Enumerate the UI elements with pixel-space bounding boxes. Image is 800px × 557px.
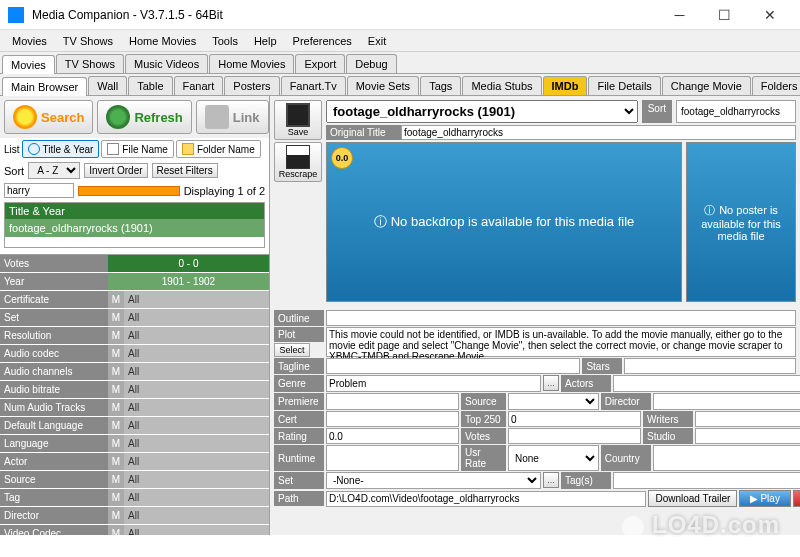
cert-field[interactable] bbox=[326, 411, 459, 427]
filter-row[interactable]: Audio bitrateMAll bbox=[0, 381, 269, 399]
usrrate-select[interactable]: None bbox=[508, 445, 599, 471]
country-field[interactable] bbox=[653, 445, 800, 471]
filter-row[interactable]: DirectorMAll bbox=[0, 507, 269, 525]
top250-field[interactable] bbox=[508, 411, 641, 427]
maximize-button[interactable]: ☐ bbox=[702, 1, 747, 29]
menu-preferences[interactable]: Preferences bbox=[285, 33, 360, 49]
subtab-moviesets[interactable]: Movie Sets bbox=[347, 76, 419, 95]
clock-icon bbox=[28, 143, 40, 155]
backdrop-area[interactable]: 0.0 No backdrop is available for this me… bbox=[326, 142, 682, 302]
plot-select-button[interactable]: Select bbox=[274, 343, 310, 357]
filter-row[interactable]: LanguageMAll bbox=[0, 435, 269, 453]
rescrape-button[interactable]: Rescrape bbox=[274, 142, 322, 182]
tab-movies[interactable]: Movies bbox=[2, 55, 55, 74]
tab-tvshows[interactable]: TV Shows bbox=[56, 54, 124, 73]
subtab-filedetails[interactable]: File Details bbox=[588, 76, 660, 95]
filter-row[interactable]: Video CodecMAll bbox=[0, 525, 269, 535]
tab-export[interactable]: Export bbox=[295, 54, 345, 73]
filter-row[interactable]: Default LanguageMAll bbox=[0, 417, 269, 435]
filter-m: M bbox=[108, 417, 124, 434]
filter-row[interactable]: SourceMAll bbox=[0, 471, 269, 489]
filter-m: M bbox=[108, 381, 124, 398]
subtab-posters[interactable]: Posters bbox=[224, 76, 279, 95]
menu-help[interactable]: Help bbox=[246, 33, 285, 49]
tab-musicvideos[interactable]: Music Videos bbox=[125, 54, 208, 73]
menu-tvshows[interactable]: TV Shows bbox=[55, 33, 121, 49]
subtab-tags[interactable]: Tags bbox=[420, 76, 461, 95]
sort-title-input[interactable] bbox=[676, 100, 796, 123]
filter-value: All bbox=[124, 435, 269, 452]
set-edit-button[interactable]: … bbox=[543, 472, 559, 488]
download-trailer-button[interactable]: Download Trailer bbox=[648, 490, 737, 507]
rating-field[interactable] bbox=[326, 428, 459, 444]
subtab-wall[interactable]: Wall bbox=[88, 76, 127, 95]
source-select[interactable] bbox=[508, 393, 599, 410]
premiere-field[interactable] bbox=[326, 393, 459, 410]
save-icon bbox=[286, 103, 310, 127]
filter-row[interactable]: SetMAll bbox=[0, 309, 269, 327]
studio-field[interactable] bbox=[695, 428, 800, 444]
minimize-button[interactable]: ─ bbox=[657, 1, 702, 29]
tagline-field[interactable] bbox=[326, 358, 580, 374]
director-field[interactable] bbox=[653, 393, 800, 410]
list-file-name[interactable]: File Name bbox=[101, 140, 174, 158]
watched-button[interactable]: Watched bbox=[793, 490, 800, 507]
votes-field[interactable] bbox=[508, 428, 641, 444]
play-button[interactable]: ▶ Play bbox=[739, 490, 790, 507]
poster-area[interactable]: No poster is available for this media fi… bbox=[686, 142, 796, 302]
runtime-field[interactable] bbox=[326, 445, 459, 471]
filter-row[interactable]: TagMAll bbox=[0, 489, 269, 507]
tags-field[interactable] bbox=[613, 472, 800, 489]
country-label: Country bbox=[601, 445, 651, 471]
top250-label: Top 250 bbox=[461, 411, 506, 427]
menu-movies[interactable]: Movies bbox=[4, 33, 55, 49]
writers-field[interactable] bbox=[695, 411, 800, 427]
reset-filters-button[interactable]: Reset Filters bbox=[152, 163, 218, 178]
stars-field[interactable] bbox=[624, 358, 796, 374]
movie-list-item[interactable]: footage_oldharryrocks (1901) bbox=[5, 219, 264, 237]
filter-row[interactable]: ResolutionMAll bbox=[0, 327, 269, 345]
menu-tools[interactable]: Tools bbox=[204, 33, 246, 49]
search-button[interactable]: Search bbox=[4, 100, 93, 134]
actors-select[interactable] bbox=[613, 375, 800, 392]
subtab-fanart[interactable]: Fanart bbox=[174, 76, 224, 95]
subtab-mainbrowser[interactable]: Main Browser bbox=[2, 77, 87, 96]
menu-exit[interactable]: Exit bbox=[360, 33, 394, 49]
movie-title-select[interactable]: footage_oldharryrocks (1901) bbox=[326, 100, 638, 123]
original-title-input[interactable] bbox=[401, 125, 796, 140]
stars-label: Stars bbox=[582, 358, 622, 374]
path-field[interactable] bbox=[326, 491, 646, 507]
subtab-mediastubs[interactable]: Media Stubs bbox=[462, 76, 541, 95]
outline-field[interactable] bbox=[326, 310, 796, 326]
set-label: Set bbox=[274, 472, 324, 489]
tab-homemovies[interactable]: Home Movies bbox=[209, 54, 294, 73]
close-button[interactable]: ✕ bbox=[747, 1, 792, 29]
subtab-folders[interactable]: Folders bbox=[752, 76, 800, 95]
genre-edit-button[interactable]: … bbox=[543, 375, 559, 391]
subtab-table[interactable]: Table bbox=[128, 76, 172, 95]
menu-homemovies[interactable]: Home Movies bbox=[121, 33, 204, 49]
save-button[interactable]: Save bbox=[274, 100, 322, 140]
invert-order-button[interactable]: Invert Order bbox=[84, 163, 147, 178]
subtab-fanarttv[interactable]: Fanart.Tv bbox=[281, 76, 346, 95]
sort-select[interactable]: A - Z bbox=[28, 162, 80, 179]
filter-row[interactable]: Audio channelsMAll bbox=[0, 363, 269, 381]
subtab-imdb[interactable]: IMDb bbox=[543, 76, 588, 95]
list-folder-name[interactable]: Folder Name bbox=[176, 140, 261, 158]
refresh-button[interactable]: Refresh bbox=[97, 100, 191, 134]
genre-field[interactable] bbox=[326, 375, 541, 392]
set-select[interactable]: -None- bbox=[326, 472, 541, 489]
filter-row[interactable]: CertificateMAll bbox=[0, 291, 269, 309]
filter-row[interactable]: Num Audio TracksMAll bbox=[0, 399, 269, 417]
filter-row[interactable]: ActorMAll bbox=[0, 453, 269, 471]
subtab-changemovie[interactable]: Change Movie bbox=[662, 76, 751, 95]
tab-debug[interactable]: Debug bbox=[346, 54, 396, 73]
plot-field[interactable]: This movie could not be identified, or I… bbox=[326, 327, 796, 357]
link-button[interactable]: Link bbox=[196, 100, 269, 134]
filter-row[interactable]: Year1901 - 1902 bbox=[0, 273, 269, 291]
filter-input[interactable] bbox=[4, 183, 74, 198]
filter-row[interactable]: Votes0 - 0 bbox=[0, 255, 269, 273]
filter-row[interactable]: Audio codecMAll bbox=[0, 345, 269, 363]
file-icon bbox=[107, 143, 119, 155]
list-title-year[interactable]: Title & Year bbox=[22, 140, 100, 158]
